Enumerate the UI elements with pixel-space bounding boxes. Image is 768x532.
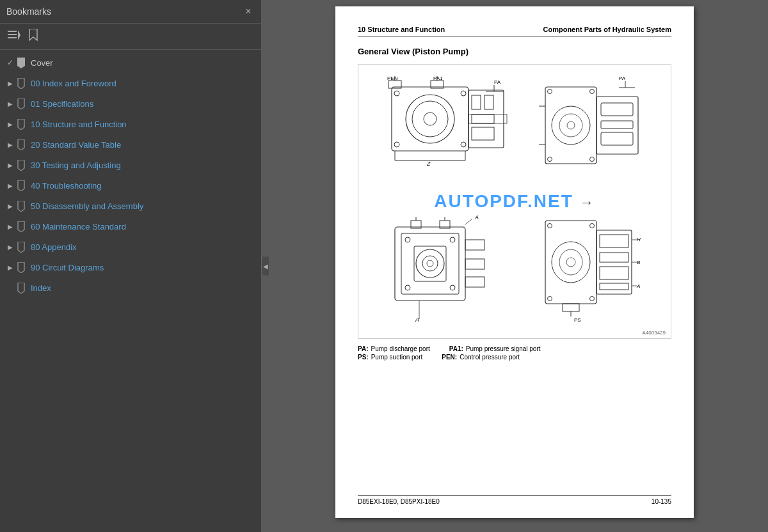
svg-point-36	[547, 90, 552, 94]
svg-rect-18	[472, 95, 481, 109]
svg-rect-50	[401, 233, 459, 294]
svg-point-8	[406, 95, 454, 143]
svg-text:A: A	[636, 283, 640, 289]
svg-point-10	[424, 113, 436, 125]
svg-rect-43	[601, 132, 633, 145]
svg-text:PS: PS	[574, 317, 581, 323]
bookmark-list: ✓ Cover ▶ 00 Index and Foreword ▶	[0, 50, 261, 532]
bookmark-item-specifications[interactable]: ▶ 01 Specifications	[0, 93, 261, 114]
svg-point-74	[552, 242, 590, 283]
bookmark-item-disassembly[interactable]: ▶ 50 Disassembly and Assembly	[0, 196, 261, 216]
caption-row-2: PS: Pump suction port PEN: Control press…	[358, 354, 671, 361]
svg-rect-1	[8, 34, 17, 35]
menu-button[interactable]	[6, 29, 22, 44]
svg-point-38	[547, 157, 552, 162]
bookmark-item-cover[interactable]: ✓ Cover	[0, 52, 261, 73]
pdf-section-title: 10 Structure and Function	[358, 26, 445, 33]
bookmark-label-index-foreword: 00 Index and Foreword	[31, 79, 256, 88]
chevron-icon-circuit: ▶	[5, 264, 15, 271]
caption-pa-label: PA:	[358, 345, 368, 352]
collapse-icon: ◀	[263, 263, 268, 270]
caption-pen-label: PEN:	[442, 354, 457, 361]
svg-point-53	[422, 256, 438, 271]
svg-rect-19	[484, 95, 493, 109]
bookmark-label-maintenance: 60 Maintenance Standard	[31, 222, 256, 231]
caption-pa: PA: Pump discharge port	[358, 345, 430, 352]
svg-rect-89	[563, 304, 579, 311]
caption-ps: PS: Pump suction port	[358, 354, 422, 361]
svg-rect-41	[601, 103, 633, 116]
bookmark-label-testing-adjusting: 30 Testing and Adjusting	[31, 160, 256, 170]
close-button[interactable]: ×	[242, 5, 255, 18]
svg-marker-3	[18, 30, 20, 40]
svg-point-11	[394, 91, 399, 96]
bookmark-label-specifications: 01 Specifications	[31, 99, 256, 109]
svg-rect-0	[8, 31, 17, 32]
caption-pen: PEN: Control pressure port	[442, 354, 520, 361]
chevron-icon-index-foreword: ▶	[5, 80, 15, 87]
svg-rect-51	[414, 246, 446, 281]
collapse-sidebar-button[interactable]: ◀	[261, 256, 270, 276]
ribbon-icon-index-foreword	[15, 78, 27, 89]
svg-rect-2	[8, 37, 17, 38]
svg-text:A: A	[474, 214, 479, 221]
ribbon-icon-index	[15, 283, 27, 293]
chevron-icon-structure-function: ▶	[5, 121, 15, 128]
svg-text:Z: Z	[426, 160, 431, 167]
chevron-icon-specifications: ▶	[5, 100, 15, 107]
pump-view-top-right: PA	[536, 71, 654, 201]
svg-point-34	[559, 114, 582, 137]
pdf-footer-right: 10-135	[652, 498, 671, 505]
bookmark-button[interactable]	[27, 27, 40, 45]
bookmark-label-index: Index	[31, 283, 256, 293]
pump-view-bottom-right: H B A PS	[536, 208, 654, 326]
menu-icon	[8, 30, 20, 43]
ribbon-icon-appendix	[15, 242, 27, 253]
caption-pa-text: Pump discharge port	[371, 345, 429, 352]
svg-rect-30	[468, 114, 507, 123]
svg-point-54	[427, 260, 433, 267]
svg-rect-42	[601, 121, 633, 129]
ribbon-icon-cover	[15, 58, 27, 68]
ribbon-icon-structure-function	[15, 119, 27, 130]
ribbon-icon-testing-adjusting	[15, 160, 27, 171]
bookmark-item-appendix[interactable]: ▶ 80 Appendix	[0, 237, 261, 257]
bookmark-item-structure-function[interactable]: ▶ 10 Structure and Function	[0, 114, 261, 134]
chevron-icon-maintenance: ▶	[5, 223, 15, 230]
svg-point-52	[416, 249, 444, 278]
pdf-section-sub: Component Parts of Hydraulic System	[543, 26, 672, 33]
svg-point-78	[589, 223, 594, 228]
bookmark-item-circuit[interactable]: ▶ 90 Circuit Diagrams	[0, 257, 261, 278]
svg-text:PA: PA	[494, 79, 501, 85]
svg-rect-32	[545, 87, 596, 164]
svg-point-37	[589, 90, 594, 94]
bookmark-item-index[interactable]: Index	[0, 278, 261, 298]
bookmark-item-maintenance[interactable]: ▶ 60 Maintenance Standard	[0, 216, 261, 237]
pdf-view-title: General View (Piston Pump)	[358, 47, 671, 56]
content-area: ◀ 10 Structure and Function Component Pa…	[261, 0, 768, 532]
bookmark-item-troubleshooting[interactable]: ▶ 40 Troubleshooting	[0, 175, 261, 196]
bookmark-label-circuit: 90 Circuit Diagrams	[31, 263, 256, 272]
svg-rect-21	[472, 127, 494, 140]
caption-ps-text: Pump suction port	[371, 354, 423, 361]
bookmark-label-troubleshooting: 40 Troubleshooting	[31, 181, 256, 191]
chevron-icon-testing-adjusting: ▶	[5, 162, 15, 169]
ribbon-icon-troubleshooting	[15, 180, 27, 191]
svg-rect-17	[468, 90, 504, 148]
bookmark-item-testing-adjusting[interactable]: ▶ 30 Testing and Adjusting	[0, 155, 261, 175]
ribbon-icon-circuit	[15, 262, 27, 273]
svg-line-66	[465, 219, 472, 224]
svg-rect-20	[472, 114, 494, 123]
sidebar: Bookmarks × ✓	[0, 0, 261, 532]
svg-rect-85	[600, 283, 628, 290]
svg-point-80	[589, 296, 594, 301]
chevron-icon-disassembly: ▶	[5, 203, 15, 210]
pdf-page: 10 Structure and Function Component Part…	[335, 6, 694, 518]
svg-text:A: A	[415, 317, 419, 323]
caption-ps-label: PS:	[358, 354, 369, 361]
svg-point-12	[461, 91, 466, 96]
check-icon: ✓	[5, 58, 15, 67]
svg-rect-84	[600, 267, 628, 279]
bookmark-item-standard-value[interactable]: ▶ 20 Standard Value Table	[0, 134, 261, 155]
bookmark-item-index-foreword[interactable]: ▶ 00 Index and Foreword	[0, 73, 261, 93]
